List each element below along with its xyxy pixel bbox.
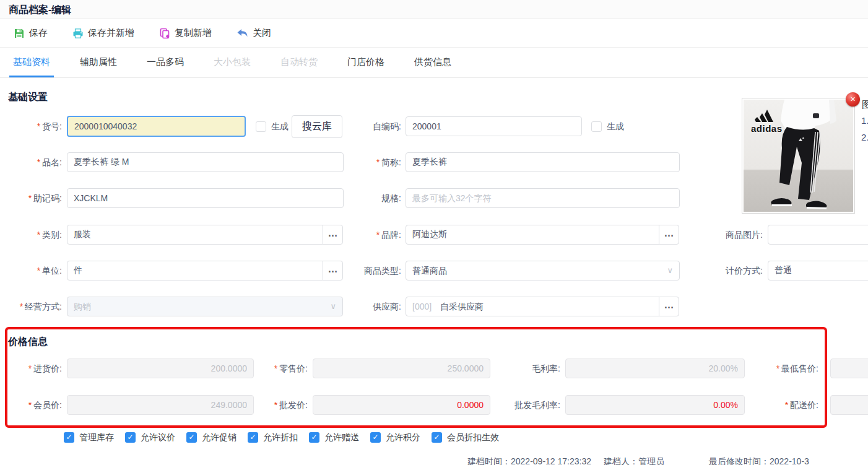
flag-manage-stock[interactable]: ✓ 管理库存 <box>64 432 114 443</box>
brand-label: *品牌: <box>339 225 401 245</box>
cloud-search-button[interactable]: 搜云库 <box>292 115 342 138</box>
product-edit-window: 商品档案-编辑 保存 保存并新增 复制新增 关闭 <box>0 0 868 465</box>
flag-allow-gift[interactable]: ✓ 允许赠送 <box>309 432 359 443</box>
item-no-generate-label: 生成 <box>271 116 289 136</box>
retail-price-input <box>313 359 490 378</box>
self-code-generate-checkbox[interactable] <box>591 121 602 132</box>
pricing-method-input[interactable] <box>768 261 868 280</box>
margin-rate-input <box>565 359 745 378</box>
min-sale-price-input <box>830 359 868 378</box>
tab-bar: 基础资料 辅助属性 一品多码 大小包装 自动转货 门店价格 供货信息 <box>0 48 868 78</box>
image-side-list-1: 1. <box>861 115 868 126</box>
purchase-price-label: *进货价: <box>0 359 62 378</box>
wholesale-price-label: *批发价: <box>246 395 308 415</box>
page-title: 商品档案-编辑 <box>0 0 868 19</box>
tab-pack-size: 大小包装 <box>210 48 254 77</box>
spec-input[interactable] <box>406 188 680 208</box>
save-icon <box>14 28 25 39</box>
margin-rate-label: 毛利率: <box>492 359 560 378</box>
tab-multi-barcode[interactable]: 一品多码 <box>143 48 188 77</box>
unit-input[interactable] <box>67 261 323 280</box>
member-price-input <box>67 395 254 415</box>
min-sale-price-label: *最低售价: <box>746 359 818 378</box>
unit-label: *单位: <box>0 261 62 280</box>
wholesale-margin-label: 批发毛利率: <box>492 395 560 415</box>
mnemonic-input[interactable] <box>67 188 344 208</box>
remove-image-button[interactable]: ✕ <box>846 92 860 106</box>
product-image-label: 商品图片: <box>701 225 763 245</box>
chevron-down-icon: ∨ <box>667 261 673 280</box>
copy-new-button[interactable]: 复制新增 <box>159 27 212 39</box>
supplier-browse-button[interactable]: … <box>659 297 679 316</box>
item-no-generate-checkbox[interactable] <box>256 121 266 132</box>
self-code-label: 自编码: <box>339 116 401 136</box>
checkbox-checked-icon[interactable]: ✓ <box>309 432 319 443</box>
copy-new-icon <box>159 28 170 39</box>
business-mode-select: 购销 ∨ <box>67 297 343 316</box>
svg-text:adidas: adidas <box>751 123 783 134</box>
member-price-label: *会员价: <box>0 395 62 415</box>
flag-allow-promo[interactable]: ✓ 允许促销 <box>186 432 237 443</box>
tab-store-price[interactable]: 门店价格 <box>344 48 388 77</box>
checkbox-checked-icon[interactable]: ✓ <box>186 432 197 443</box>
image-side-text: 图 <box>862 99 868 111</box>
short-name-input[interactable] <box>406 152 680 172</box>
tab-supply-info[interactable]: 供货信息 <box>410 48 455 77</box>
product-type-label: 商品类型: <box>339 261 401 280</box>
checkbox-checked-icon[interactable]: ✓ <box>248 432 258 443</box>
supplier-label: 供应商: <box>339 297 401 316</box>
save-and-new-button[interactable]: 保存并新增 <box>72 27 134 39</box>
brand-input[interactable] <box>406 225 659 245</box>
self-code-generate-label: 生成 <box>607 116 624 136</box>
spec-label: 规格: <box>339 188 401 208</box>
delivery-price-label: *配送价: <box>746 395 818 415</box>
brand-browse-button[interactable]: … <box>659 225 679 245</box>
self-code-input[interactable] <box>406 116 582 136</box>
business-mode-label: *经营方式: <box>0 297 62 316</box>
retail-price-label: *零售价: <box>246 359 308 378</box>
flag-member-discount[interactable]: ✓ 会员折扣生效 <box>432 432 499 443</box>
created-time-text: 建档时间：2022-09-12 17:23:32 <box>467 456 591 465</box>
category-label: *类别: <box>0 225 62 245</box>
chevron-down-icon: ∨ <box>330 297 336 316</box>
delivery-price-input <box>830 395 868 415</box>
wholesale-margin-input[interactable] <box>565 395 745 415</box>
product-photo[interactable]: adidas <box>742 98 855 214</box>
checkbox-checked-icon[interactable]: ✓ <box>370 432 381 443</box>
flag-allow-bargain[interactable]: ✓ 允许议价 <box>125 432 175 443</box>
image-side-list-2: 2. <box>861 132 868 142</box>
item-no-input[interactable] <box>67 116 246 137</box>
close-button[interactable]: 关闭 <box>237 27 271 39</box>
item-no-label: *货号: <box>0 116 62 136</box>
flag-allow-points[interactable]: ✓ 允许积分 <box>370 432 420 443</box>
wholesale-price-input[interactable] <box>313 395 490 415</box>
checkbox-checked-icon[interactable]: ✓ <box>125 432 136 443</box>
checkbox-checked-icon[interactable]: ✓ <box>64 432 74 443</box>
product-name-input[interactable] <box>67 152 344 172</box>
flag-allow-discount[interactable]: ✓ 允许折扣 <box>248 432 298 443</box>
product-name-label: *品名: <box>0 152 62 172</box>
tab-auto-transfer: 自动转货 <box>277 48 321 77</box>
creator-text: 建档人：管理员 <box>604 456 664 465</box>
pricing-method-label: 计价方式: <box>701 261 763 280</box>
modified-time-text: 最后修改时间：2022-10-3 <box>709 456 809 465</box>
mnemonic-label: *助记码: <box>0 188 62 208</box>
section-price-title: 价格信息 <box>8 336 48 349</box>
tab-aux-attrs[interactable]: 辅助属性 <box>76 48 121 77</box>
section-basic-title: 基础设置 <box>8 91 48 104</box>
checkbox-checked-icon[interactable]: ✓ <box>432 432 442 443</box>
category-input[interactable] <box>67 225 323 245</box>
save-and-new-icon <box>72 28 84 39</box>
back-arrow-icon <box>237 28 248 38</box>
short-name-label: *简称: <box>339 152 401 172</box>
product-image-input[interactable] <box>768 225 868 245</box>
supplier-input[interactable]: [000] 自采供应商 <box>406 297 659 316</box>
save-button[interactable]: 保存 <box>14 27 48 39</box>
purchase-price-input <box>67 359 254 378</box>
product-type-select[interactable]: 普通商品 ∨ <box>406 261 680 280</box>
tab-basic-info[interactable]: 基础资料 <box>9 48 54 77</box>
toolbar: 保存 保存并新增 复制新增 关闭 <box>0 19 868 48</box>
